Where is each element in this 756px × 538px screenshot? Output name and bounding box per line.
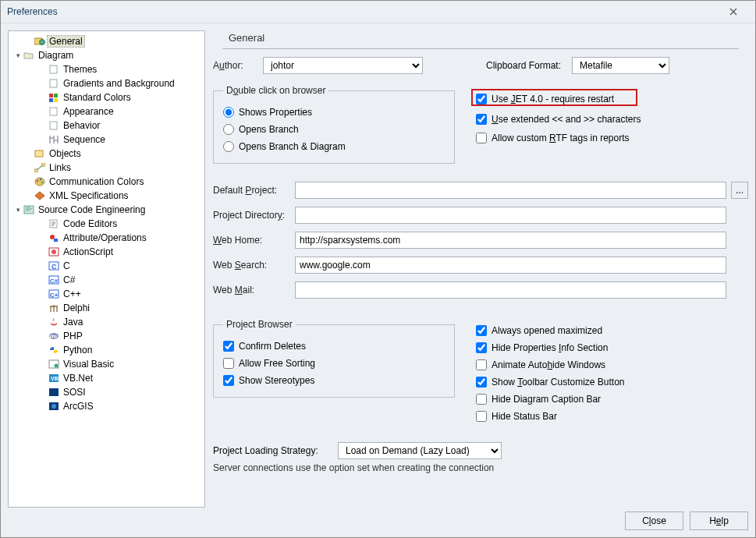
check-show-toolbar-customize[interactable]: Show Toolbar Customize Button [476,373,625,391]
close-icon [729,8,737,16]
window-close-button[interactable] [718,1,749,23]
tree-item-python[interactable]: Python [10,343,203,357]
tree-item-vbnet[interactable]: VB VB.Net [10,371,203,385]
check-free-sorting[interactable]: Allow Free Sorting [223,355,445,372]
tree-item-sosi[interactable]: SOSI [10,385,203,399]
check-hide-caption-bar[interactable]: Hide Diagram Caption Bar [476,391,625,408]
svg-rect-9 [50,122,57,129]
check-hide-status-bar[interactable]: Hide Status Bar [476,408,625,425]
tree-item-c[interactable]: C C [10,259,203,273]
tree-item-label: Java [62,317,84,327]
tree-item-sequence[interactable]: Sequence [10,133,203,147]
check-confirm-deletes[interactable]: Confirm Deletes [223,338,445,355]
tree-item-links[interactable]: Links [10,161,203,175]
tree-item-php[interactable]: php PHP [10,329,203,343]
tree-item-diagram[interactable]: ▾ Diagram [10,48,203,62]
tree-item-delphi[interactable]: Delphi [10,301,203,315]
project-directory-input[interactable] [295,207,726,224]
radio-opens-branch[interactable]: Opens Branch [223,121,445,138]
tree-item-label: C# [62,274,76,285]
tree-item-appearance[interactable]: Appearance [10,104,203,119]
help-button[interactable]: Help [690,511,748,530]
tree-item-vb[interactable]: Visual Basic [10,357,203,371]
check-animate-autohide[interactable]: Animate Autohide Windows [476,356,625,373]
radio-opens-branch-diagram[interactable]: Opens Branch & Diagram [223,138,445,155]
check-label: Use extended << and >> characters [492,114,641,125]
radio-shows-properties[interactable]: Shows Properties [223,104,445,121]
tree-item-label: Code Editors [62,218,119,229]
web-mail-input[interactable] [295,281,726,299]
check-always-maximized[interactable]: Always opened maximized [476,322,625,339]
svg-rect-35 [49,388,59,396]
sequence-icon [48,133,60,146]
tree-item-gradients[interactable]: Gradients and Background [10,76,203,90]
svg-rect-20 [54,239,58,242]
tree-item-xml-spec[interactable]: XML Specifications [10,189,203,203]
tree-item-general[interactable]: General [10,34,203,48]
tree-item-standard-colors[interactable]: Standard Colors [10,90,203,104]
svg-point-16 [41,182,43,183]
tree-item-themes[interactable]: Themes [10,62,203,76]
svg-text:php: php [50,334,57,338]
tree-item-behavior[interactable]: Behavior [10,119,203,133]
check-label: Show Stereotypes [239,375,314,386]
titlebar: Preferences [1,1,755,23]
radio-label: Opens Branch [239,124,299,135]
check-use-extended-chars[interactable]: Use extended << and >> characters [476,111,641,128]
tree-item-actionscript[interactable]: ActionScript [10,245,203,259]
check-label: Hide Properties Info Section [492,342,608,353]
svg-rect-12 [42,163,45,166]
python-icon [48,344,60,356]
tree-item-label: ArcGIS [62,401,95,412]
tree-item-java[interactable]: Java [10,315,203,329]
prefs-icon [34,35,46,48]
check-hide-props-info[interactable]: Hide Properties Info Section [476,339,625,356]
check-allow-rtf-tags[interactable]: Allow custom RTF tags in reports [476,129,630,147]
tree-item-csharp[interactable]: C# C# [10,273,203,287]
preferences-window: Preferences General ▾ Diagram [0,0,756,538]
close-button[interactable]: Close [625,511,683,530]
author-select[interactable]: johtor [263,57,423,74]
xml-icon [34,189,46,202]
svg-rect-2 [50,65,57,73]
button-label: Close [642,515,666,526]
tree-item-comm-colors[interactable]: Communication Colors [10,175,203,189]
tree-item-label: C [62,260,72,271]
csharp-icon: C# [48,274,60,286]
form-area: Author: johtor Clipboard Format: Metafil… [213,57,748,494]
check-use-jet[interactable]: Use JET 4.0 - requires restart [476,90,614,108]
tree-item-objects[interactable]: Objects [10,147,203,161]
check-label: Allow Free Sorting [239,358,315,369]
category-tree[interactable]: General ▾ Diagram Themes Gradient [8,30,205,508]
check-label: Use JET 4.0 - requires restart [492,94,614,104]
objects-icon [34,147,46,160]
check-show-stereotypes[interactable]: Show Stereotypes [223,372,445,389]
check-label: Hide Status Bar [492,411,557,422]
tree-item-arcgis[interactable]: ArcGIS [10,399,203,413]
button-label: Help [709,515,729,526]
tree-item-attr-ops[interactable]: Attribute/Operations [10,231,203,245]
twisty-open-icon: ▾ [13,206,23,214]
tree-item-label: Communication Colors [48,176,145,187]
tree-item-cpp[interactable]: C+ C++ [10,287,203,301]
svg-point-22 [51,250,56,254]
web-search-input[interactable] [295,257,726,274]
tree-item-label: Diagram [37,50,75,61]
project-loading-strategy-select[interactable]: Load on Demand (Lazy Load) [338,442,502,459]
browse-project-button[interactable]: ... [731,182,748,199]
default-project-input[interactable] [295,182,726,199]
tree-item-label: Behavior [62,120,101,131]
code-icon [23,204,35,216]
tree-item-label: VB.Net [62,373,94,384]
clipboard-format-select[interactable]: Metafile [572,57,669,74]
page-icon [48,105,60,118]
cpp-icon: C+ [48,288,60,300]
tree-root: General ▾ Diagram Themes Gradient [9,31,204,416]
web-home-label: Web Home: [213,235,295,246]
tree-item-code-editors[interactable]: Code Editors [10,217,203,231]
tree-item-sce[interactable]: ▾ Source Code Engineering [10,203,203,217]
tree-item-label: Themes [62,64,98,75]
tree-item-label: Sequence [62,134,107,145]
vb-icon [48,358,60,370]
web-home-input[interactable] [295,232,726,249]
